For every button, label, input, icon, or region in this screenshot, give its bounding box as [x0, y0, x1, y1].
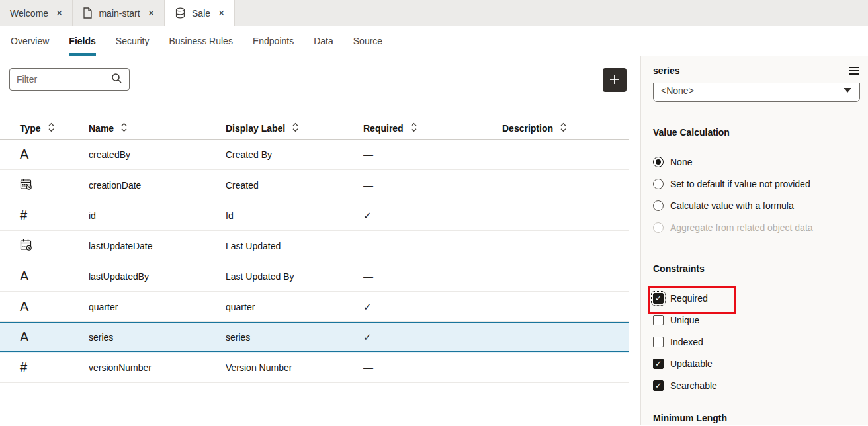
cell-display-label: Created By [226, 149, 363, 160]
table-header-row: TypeNameDisplay LabelRequiredDescription [0, 117, 629, 140]
tab-label: Welcome [10, 8, 48, 19]
datetime-type-icon [20, 182, 32, 192]
checkbox-icon: ✓ [653, 359, 664, 369]
cell-type: A [20, 147, 89, 162]
cell-display-label: quarter [226, 302, 363, 312]
file-icon [83, 7, 93, 19]
cell-display-label: Created [226, 180, 363, 191]
cell-type: A [20, 329, 89, 345]
radio-option-none[interactable]: None [653, 151, 860, 173]
radio-label: Aggregate from related object data [670, 222, 813, 233]
datetime-type-icon [20, 243, 32, 253]
sort-icon [48, 122, 55, 134]
subnav-tab-fields[interactable]: Fields [69, 26, 95, 56]
checkbox-option-indexed[interactable]: Indexed [653, 331, 860, 353]
checkbox-icon: ✓ [653, 293, 664, 304]
number-type-icon: # [20, 360, 27, 374]
checkbox-option-required[interactable]: ✓Required [653, 287, 860, 309]
plus-icon [609, 73, 621, 87]
cell-type: A [20, 299, 89, 314]
editor-tab-welcome[interactable]: Welcome× [0, 0, 73, 26]
database-icon [175, 7, 186, 19]
subnav-tab-business-rules[interactable]: Business Rules [169, 26, 233, 56]
table-row-createdBy[interactable]: AcreatedByCreated By— [0, 140, 629, 170]
filter-input[interactable] [17, 74, 111, 85]
cell-display-label: Last Updated By [226, 271, 363, 282]
table-body: AcreatedByCreated By—creationDateCreated… [0, 140, 629, 383]
column-label: Required [363, 123, 404, 134]
column-header-description[interactable]: Description [502, 122, 629, 134]
table-row-creationDate[interactable]: creationDateCreated— [0, 170, 629, 200]
add-field-button[interactable] [603, 68, 627, 92]
value-calculation-options: NoneSet to default if value not provided… [653, 151, 860, 238]
checkbox-option-searchable[interactable]: ✓Searchable [653, 374, 860, 396]
radio-label: Calculate value with a formula [670, 200, 794, 211]
close-icon[interactable]: × [56, 8, 62, 19]
cell-required: — [363, 240, 502, 251]
dropdown-value: <None> [661, 85, 694, 101]
checkbox-icon [653, 315, 664, 325]
panel-menu-icon[interactable] [848, 65, 860, 76]
radio-option-calculate-value-with-a-formula[interactable]: Calculate value with a formula [653, 194, 860, 216]
cell-required: — [363, 179, 502, 191]
checkbox-option-updatable[interactable]: ✓Updatable [653, 353, 860, 374]
editor-tab-bar: Welcome×main-start×Sale× [0, 0, 868, 26]
string-type-icon: A [20, 147, 28, 161]
cell-required: — [363, 362, 502, 373]
filter-box [9, 68, 130, 91]
cell-display-label: Last Updated [226, 241, 363, 251]
cell-type: # [20, 360, 89, 375]
radio-icon [653, 222, 664, 233]
string-type-icon: A [20, 269, 28, 283]
subnav-tab-endpoints[interactable]: Endpoints [253, 26, 294, 56]
cell-name: versionNumber [89, 362, 226, 373]
constraints-options: ✓RequiredUniqueIndexed✓Updatable✓Searcha… [653, 287, 860, 396]
close-icon[interactable]: × [218, 8, 224, 19]
editor-tab-main-start[interactable]: main-start× [73, 0, 165, 26]
close-icon[interactable]: × [148, 8, 154, 19]
column-header-display-label[interactable]: Display Label [226, 122, 363, 134]
minimum-length-label: Minimum Length [653, 413, 860, 423]
tab-label: Sale [192, 8, 210, 19]
column-label: Type [20, 123, 41, 134]
column-header-required[interactable]: Required [363, 122, 502, 134]
sort-icon [560, 122, 567, 134]
cell-name: creationDate [89, 180, 226, 191]
column-header-type[interactable]: Type [20, 122, 89, 134]
cell-type: A [20, 269, 89, 284]
cell-name: createdBy [89, 149, 226, 160]
cell-name: quarter [89, 302, 226, 312]
column-label: Description [502, 123, 553, 134]
tab-label: main-start [99, 8, 140, 19]
cell-name: id [89, 210, 226, 221]
table-row-lastUpdateDate[interactable]: lastUpdateDateLast Updated— [0, 231, 629, 261]
subnav-tab-data[interactable]: Data [314, 26, 333, 56]
checkbox-label: Searchable [670, 380, 717, 391]
table-row-quarter[interactable]: Aquarterquarter✓ [0, 292, 629, 322]
cell-required: ✓ [363, 210, 502, 222]
radio-option-aggregate-from-related-object-data: Aggregate from related object data [653, 216, 860, 238]
table-row-series[interactable]: Aseriesseries✓ [0, 322, 629, 353]
column-label: Display Label [226, 123, 285, 134]
checkbox-icon [653, 337, 664, 347]
number-type-icon: # [20, 208, 27, 222]
string-type-icon: A [20, 329, 28, 344]
cell-name: lastUpdateDate [89, 241, 226, 251]
column-header-name[interactable]: Name [89, 122, 226, 134]
cell-display-label: Id [226, 210, 363, 221]
cell-required: — [363, 149, 502, 160]
table-row-versionNumber[interactable]: #versionNumberVersion Number— [0, 353, 629, 383]
sort-icon [120, 122, 128, 134]
radio-option-set-to-default-if-value-not-provided[interactable]: Set to default if value not provided [653, 173, 860, 194]
editor-tab-sale[interactable]: Sale× [165, 0, 235, 26]
reference-dropdown[interactable]: <None> [653, 83, 860, 102]
cell-type: # [20, 208, 89, 223]
body: TypeNameDisplay LabelRequiredDescription… [0, 56, 868, 425]
checkbox-option-unique[interactable]: Unique [653, 309, 860, 331]
table-row-id[interactable]: #idId✓ [0, 200, 629, 231]
subnav-tab-source[interactable]: Source [353, 26, 382, 56]
subnav-tab-security[interactable]: Security [116, 26, 150, 56]
cell-display-label: series [226, 332, 363, 343]
subnav-tab-overview[interactable]: Overview [11, 26, 49, 56]
table-row-lastUpdatedBy[interactable]: AlastUpdatedByLast Updated By— [0, 261, 629, 292]
